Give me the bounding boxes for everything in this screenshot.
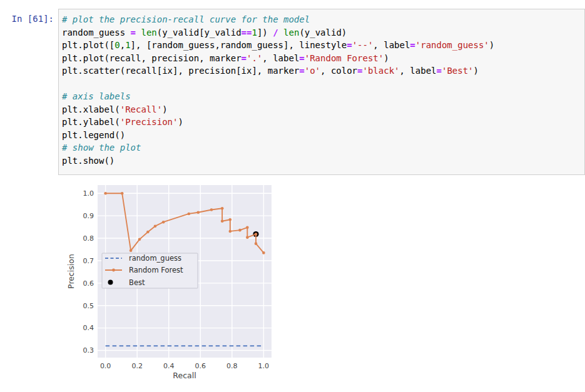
code-token-plain: , label [373, 40, 410, 50]
code-token-op: == [242, 28, 252, 38]
data-point-marker [228, 218, 231, 221]
data-point-marker [188, 213, 191, 216]
code-token-str: 'Precision' [120, 117, 178, 127]
code-area[interactable]: # plot the precision-recall curve for th… [59, 9, 584, 171]
code-line: plt.legend() [62, 129, 582, 142]
code-line: plt.plot([0,1], [random_guess,random_gue… [62, 39, 582, 52]
data-point-marker [255, 242, 258, 245]
code-token-num: 1 [252, 28, 257, 38]
code-token-plain: , [120, 40, 125, 50]
data-point-marker [246, 236, 249, 239]
legend-label: random_guess [129, 254, 181, 263]
code-token-str: '--' [352, 40, 374, 50]
data-point-marker [228, 230, 231, 233]
code-token-op: = [347, 40, 352, 50]
code-line: plt.scatter(recall[ix], precision[ix], m… [62, 64, 582, 78]
code-line: # plot the precision-recall curve for th… [62, 13, 582, 26]
x-tick-label: 0.0 [100, 362, 111, 370]
code-token-plain: ) [178, 117, 183, 127]
y-tick-label: 0.8 [83, 234, 94, 243]
precision-recall-chart: random_guessRandom ForestBest0.00.20.40.… [66, 184, 275, 391]
code-token-comment: # plot the precision-recall curve for th… [62, 14, 310, 24]
output-figure: random_guessRandom ForestBest0.00.20.40.… [66, 184, 275, 391]
code-token-plain: plt.xlabel( [62, 104, 120, 114]
code-token-str: 'black' [362, 66, 399, 76]
code-token-plain: random_guess [62, 28, 131, 38]
code-token-num: 0 [114, 40, 120, 50]
x-tick-label: 1.0 [258, 362, 270, 370]
data-point-marker [262, 251, 265, 254]
data-point-marker [154, 224, 157, 228]
x-tick-label: 0.8 [226, 362, 238, 370]
code-line: plt.plot(recall, precision, marker='.', … [62, 52, 582, 65]
code-token-plain: plt.ylabel( [62, 117, 120, 127]
code-token-str: 'random_guess' [415, 40, 489, 50]
legend-label: Random Forest [129, 266, 183, 274]
code-token-op: = [299, 66, 304, 76]
code-token-num: 1 [125, 40, 130, 50]
data-point-marker [221, 207, 224, 210]
code-token-plain: plt.plot(recall, precision, marker [62, 53, 242, 63]
data-point-marker [162, 221, 165, 224]
y-tick-label: 0.3 [83, 346, 94, 354]
x-axis-label: Recall [173, 371, 196, 380]
code-line [62, 78, 582, 91]
code-token-str: 'Recall' [120, 104, 162, 114]
legend-sample-marker [112, 269, 115, 272]
x-tick-label: 0.6 [195, 362, 206, 370]
x-tick-label: 0.4 [163, 362, 175, 370]
data-point-marker [221, 219, 224, 223]
code-token-plain: (y_valid[y_valid [157, 28, 242, 38]
code-token-comment: # show the plot [62, 143, 141, 153]
code-token-plain [278, 28, 283, 38]
code-token-comment: # axis labels [62, 91, 131, 101]
code-token-plain: ) [474, 66, 479, 76]
y-tick-label: 1.0 [83, 189, 94, 198]
data-point-marker [104, 192, 107, 195]
code-token-plain: , label [262, 53, 299, 63]
code-token-builtin: len [283, 28, 299, 38]
code-token-plain: plt.legend() [62, 130, 125, 140]
input-prompt: In [61]: [0, 13, 54, 26]
legend-label: Best [129, 278, 145, 287]
code-line: # axis labels [62, 90, 582, 103]
data-point-marker [238, 229, 242, 232]
data-point-marker [246, 226, 249, 229]
y-tick-label: 0.4 [83, 324, 94, 332]
code-token-op: = [242, 53, 247, 63]
code-token-plain: ) [162, 104, 167, 114]
code-token-plain: (y_valid) [299, 28, 347, 38]
code-cell-input[interactable]: # plot the precision-recall curve for th… [58, 9, 585, 175]
data-point-marker [146, 231, 150, 234]
code-token-plain: ]) [257, 28, 273, 38]
code-token-str: 'Random Forest' [305, 53, 384, 63]
data-point-marker [210, 208, 213, 211]
code-token-plain: , color [320, 66, 357, 76]
code-token-plain: plt.plot([ [62, 40, 114, 50]
code-token-op: = [299, 53, 304, 63]
code-line: # show the plot [62, 141, 582, 154]
legend-sample-dot [108, 280, 113, 285]
x-tick-label: 0.2 [131, 362, 143, 370]
code-token-op: = [410, 40, 415, 50]
code-token-op: = [437, 66, 442, 76]
code-token-plain: ) [384, 53, 389, 63]
data-point-marker [130, 249, 133, 253]
code-token-op: / [273, 28, 278, 38]
code-token-str: 'Best' [442, 66, 474, 76]
y-tick-label: 0.6 [83, 279, 94, 288]
y-axis-label: Precision [66, 254, 76, 289]
code-token-plain: ], [random_guess,random_guess], linestyl… [131, 40, 347, 50]
code-line: random_guess = len(y_valid[y_valid==1]) … [62, 26, 582, 39]
code-token-op: = [131, 28, 136, 38]
data-point-marker [138, 238, 141, 241]
y-tick-label: 0.5 [83, 302, 94, 310]
code-line: plt.ylabel('Precision') [62, 116, 582, 129]
code-token-plain: plt.show() [62, 156, 114, 166]
data-point-marker [121, 192, 124, 195]
code-token-builtin: len [141, 28, 156, 38]
code-token-str: '.' [247, 53, 262, 63]
code-token-plain: , label [400, 66, 437, 76]
y-tick-label: 0.7 [83, 257, 94, 265]
code-token-plain: ) [489, 40, 494, 50]
